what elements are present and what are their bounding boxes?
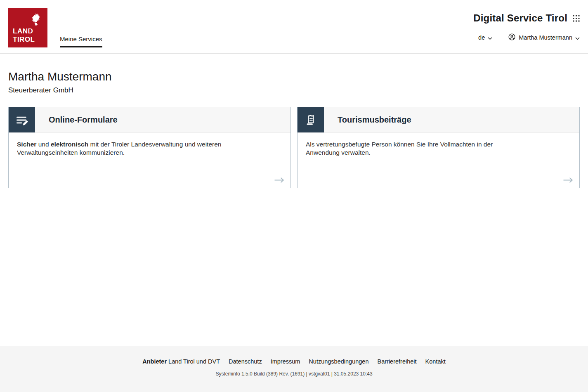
language-selector[interactable]: de	[478, 34, 492, 41]
tirol-eagle-icon	[29, 12, 43, 28]
footer-provider: Anbieter Land Tirol und DVT	[142, 358, 220, 365]
card-title: Online-Formulare	[49, 107, 118, 132]
systeminfo: Systeminfo 1.5.0 Build (389) Rev. (1691)…	[215, 371, 372, 377]
card-description: Sicher und elektronisch mit der Tiroler …	[9, 133, 240, 157]
page-title: Martha Mustermann	[8, 70, 580, 83]
footer-link-impressum[interactable]: Impressum	[271, 358, 300, 365]
footer-link-nutzungsbedingungen[interactable]: Nutzungsbedingungen	[309, 358, 368, 365]
site-footer: Anbieter Land Tirol und DVT Datenschutz …	[0, 346, 588, 392]
footer-links: Anbieter Land Tirol und DVT Datenschutz …	[142, 358, 446, 365]
receipt-icon	[298, 107, 324, 132]
arrow-right-icon[interactable]	[274, 177, 285, 183]
user-menu[interactable]: Martha Mustermann	[508, 33, 580, 42]
user-menu-name: Martha Mustermann	[519, 34, 572, 41]
site-header: LAND TIROL Meine Services Digital Servic…	[0, 0, 588, 54]
footer-link-barrierefreiheit[interactable]: Barrierefreiheit	[377, 358, 416, 365]
logo-text: LAND TIROL	[13, 27, 35, 44]
card-header: Online-Formulare	[9, 107, 290, 133]
card-tourismusbeitraege[interactable]: Tourismusbeiträge Als vertretungsbefugte…	[297, 107, 580, 188]
account-circle-icon	[508, 33, 516, 42]
land-tirol-logo[interactable]: LAND TIROL	[8, 8, 47, 47]
chevron-down-icon	[488, 35, 492, 41]
card-header: Tourismusbeiträge	[298, 107, 579, 133]
card-description: Als vertretungsbefugte Person können Sie…	[298, 133, 529, 157]
card-title: Tourismusbeiträge	[338, 107, 411, 132]
language-current: de	[478, 34, 485, 41]
card-online-formulare[interactable]: Online-Formulare Sicher und elektronisch…	[8, 107, 291, 188]
page-subtitle: Steuerberater GmbH	[8, 86, 580, 94]
footer-link-datenschutz[interactable]: Datenschutz	[229, 358, 262, 365]
nav-tab-label: Meine Services	[60, 35, 102, 43]
chevron-down-icon	[575, 35, 580, 41]
footer-link-kontakt[interactable]: Kontakt	[425, 358, 446, 365]
arrow-right-icon[interactable]	[563, 177, 574, 183]
nav-tab-meine-services[interactable]: Meine Services	[60, 35, 102, 47]
service-cards-row: Online-Formulare Sicher und elektronisch…	[8, 107, 580, 188]
main-content: Martha Mustermann Steuerberater GmbH Onl…	[0, 54, 588, 346]
app-title: Digital Service Tirol	[473, 12, 567, 24]
apps-grid-icon[interactable]	[573, 15, 580, 22]
header-right-cluster: Digital Service Tirol de	[473, 12, 580, 42]
active-tab-underline	[60, 46, 102, 47]
form-edit-icon	[9, 107, 35, 132]
